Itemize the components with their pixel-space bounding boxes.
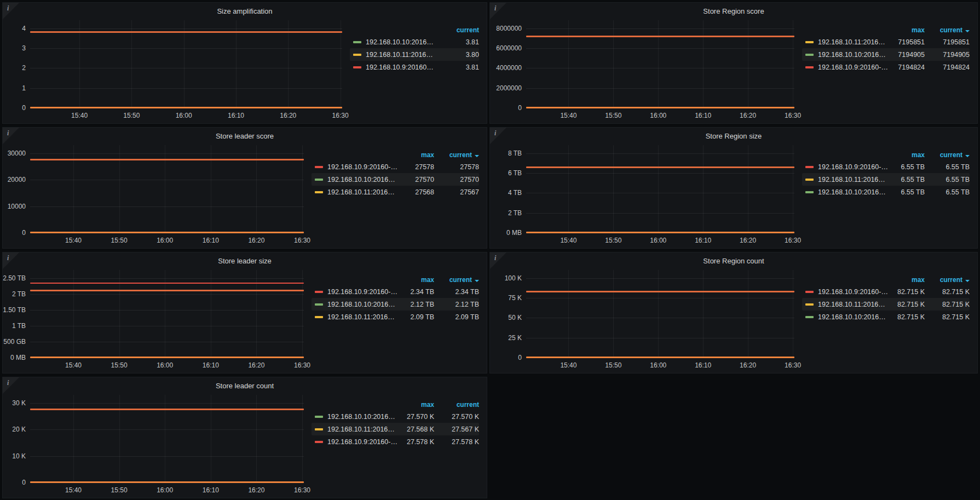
legend-row[interactable]: 192.168.10.11:20160-store-427.568 K27.56… bbox=[312, 423, 479, 435]
series-color-icon[interactable] bbox=[353, 66, 361, 68]
series-color-icon[interactable] bbox=[805, 303, 814, 306]
y-axis-label: 4 bbox=[0, 25, 26, 32]
series-color-icon[interactable] bbox=[805, 166, 814, 168]
series-color-icon[interactable] bbox=[315, 441, 323, 443]
zero-line bbox=[30, 481, 304, 483]
legend-series-label[interactable]: 192.168.10.9:20160-store-7 bbox=[366, 64, 434, 71]
legend-series-label[interactable]: 192.168.10.9:20160-store-7 bbox=[818, 64, 889, 71]
x-axis-label: 16:10 bbox=[695, 237, 711, 244]
gridline-horizontal bbox=[30, 206, 304, 207]
y-axis-label: 0 MB bbox=[490, 229, 522, 237]
legend-series-label[interactable]: 192.168.10.10:20160-store-1 bbox=[818, 313, 889, 321]
legend-row[interactable]: 192.168.10.9:20160-store-782.715 K82.715… bbox=[802, 285, 970, 298]
series-color-icon[interactable] bbox=[353, 41, 361, 43]
legend-series-label[interactable]: 192.168.10.10:20160-store-1 bbox=[327, 176, 398, 183]
legend-series-label[interactable]: 192.168.10.11:20160-store-4 bbox=[327, 188, 398, 196]
legend-row[interactable]: 192.168.10.10:20160-store-12.12 TB2.12 T… bbox=[312, 298, 479, 311]
legend-max-value: 82.715 K bbox=[889, 313, 925, 321]
legend-column-current[interactable]: current bbox=[434, 26, 479, 34]
y-axis-label: 30000 bbox=[0, 150, 26, 157]
legend-series-label[interactable]: 192.168.10.10:20160-store-1 bbox=[366, 38, 434, 46]
legend-row[interactable]: 192.168.10.11:20160-store-43.80 bbox=[350, 48, 479, 61]
legend-current-value: 7195851 bbox=[925, 38, 970, 46]
series-color-icon[interactable] bbox=[315, 428, 323, 430]
legend-column-current[interactable]: current bbox=[925, 151, 970, 159]
legend-row[interactable]: 192.168.10.11:20160-store-47195851719585… bbox=[802, 36, 970, 48]
series-color-icon[interactable] bbox=[805, 191, 814, 193]
legend-row[interactable]: 192.168.10.10:20160-store-13.81 bbox=[350, 36, 479, 48]
legend-series-label[interactable]: 192.168.10.11:20160-store-4 bbox=[327, 313, 398, 321]
legend-row[interactable]: 192.168.10.9:20160-store-76.55 TB6.55 TB bbox=[802, 160, 970, 173]
series-color-icon[interactable] bbox=[315, 191, 323, 193]
legend-row[interactable]: 192.168.10.9:20160-store-72757827578 bbox=[312, 160, 479, 173]
legend-row[interactable]: 192.168.10.11:20160-store-42756827567 bbox=[312, 186, 479, 198]
panel-title[interactable]: Store Region count bbox=[490, 257, 977, 265]
legend-series-label[interactable]: 192.168.10.11:20160-store-4 bbox=[366, 51, 434, 59]
legend-current-value: 27578 bbox=[434, 163, 479, 171]
legend-row[interactable]: 192.168.10.10:20160-store-16.55 TB6.55 T… bbox=[802, 186, 970, 198]
panel-title[interactable]: Store leader count bbox=[3, 382, 487, 390]
legend-column-max[interactable]: max bbox=[889, 276, 925, 284]
legend-column-max[interactable]: max bbox=[398, 276, 434, 284]
legend-column-max[interactable]: max bbox=[889, 151, 925, 159]
legend-current-value: 3.81 bbox=[434, 64, 479, 71]
legend-series-label[interactable]: 192.168.10.10:20160-store-1 bbox=[818, 188, 889, 196]
series-color-icon[interactable] bbox=[805, 179, 814, 181]
x-axis-label: 16:30 bbox=[294, 361, 310, 369]
legend-column-current[interactable]: current bbox=[925, 26, 970, 34]
legend-column-max[interactable]: max bbox=[398, 151, 434, 159]
series-color-icon[interactable] bbox=[805, 316, 814, 318]
legend-series-label[interactable]: 192.168.10.9:20160-store-7 bbox=[818, 288, 889, 296]
legend-series-label[interactable]: 192.168.10.9:20160-store-7 bbox=[327, 288, 398, 296]
legend-row[interactable]: 192.168.10.10:20160-store-127.570 K27.57… bbox=[312, 410, 479, 423]
panel-body: 8000000600000040000002000000015:4015:501… bbox=[490, 3, 977, 123]
legend-series-label[interactable]: 192.168.10.9:20160-store-7 bbox=[327, 438, 398, 446]
legend-header: maxcurrent bbox=[312, 274, 479, 285]
legend-row[interactable]: 192.168.10.11:20160-store-42.09 TB2.09 T… bbox=[312, 311, 479, 323]
panel-title[interactable]: Store leader score bbox=[3, 132, 487, 140]
x-axis-label: 15:50 bbox=[111, 486, 128, 494]
legend-series-label[interactable]: 192.168.10.9:20160-store-7 bbox=[818, 163, 889, 171]
series-color-icon[interactable] bbox=[805, 291, 814, 293]
legend-series-label[interactable]: 192.168.10.9:20160-store-7 bbox=[327, 163, 398, 171]
legend-row[interactable]: 192.168.10.10:20160-store-12757027570 bbox=[312, 173, 479, 186]
series-color-icon[interactable] bbox=[805, 66, 814, 68]
panel-title[interactable]: Store Region size bbox=[490, 132, 977, 140]
legend-column-current[interactable]: current bbox=[434, 276, 479, 284]
legend-row[interactable]: 192.168.10.11:20160-store-482.715 K82.71… bbox=[802, 298, 970, 311]
series-color-icon[interactable] bbox=[315, 291, 323, 293]
legend-series-label[interactable]: 192.168.10.11:20160-store-4 bbox=[327, 426, 398, 433]
series-color-icon[interactable] bbox=[315, 303, 323, 306]
series-color-icon[interactable] bbox=[315, 179, 323, 181]
panel-title[interactable]: Store leader size bbox=[3, 257, 487, 265]
legend-series-label[interactable]: 192.168.10.11:20160-store-4 bbox=[818, 176, 889, 183]
legend-row[interactable]: 192.168.10.9:20160-store-73.81 bbox=[350, 61, 479, 73]
legend-series-label[interactable]: 192.168.10.10:20160-store-1 bbox=[818, 51, 889, 59]
legend-series-label[interactable]: 192.168.10.11:20160-store-4 bbox=[818, 301, 889, 308]
legend-max-value: 27578 bbox=[398, 163, 434, 171]
legend-column-max[interactable]: max bbox=[398, 401, 434, 409]
series-color-icon[interactable] bbox=[315, 166, 323, 168]
series-color-icon[interactable] bbox=[353, 54, 361, 56]
legend-column-current[interactable]: current bbox=[434, 151, 479, 159]
legend-column-current[interactable]: current bbox=[434, 401, 479, 409]
legend-series-label[interactable]: 192.168.10.11:20160-store-4 bbox=[818, 38, 889, 46]
legend-row[interactable]: 192.168.10.9:20160-store-727.578 K27.578… bbox=[312, 435, 479, 448]
x-axis-label: 15:40 bbox=[71, 112, 88, 119]
legend-column-current[interactable]: current bbox=[925, 276, 970, 284]
legend-row[interactable]: 192.168.10.10:20160-store-182.715 K82.71… bbox=[802, 311, 970, 323]
legend-series-label[interactable]: 192.168.10.10:20160-store-1 bbox=[327, 301, 398, 308]
series-color-icon[interactable] bbox=[805, 54, 814, 56]
panel-title[interactable]: Store Region score bbox=[490, 7, 977, 15]
legend-series-label[interactable]: 192.168.10.10:20160-store-1 bbox=[327, 413, 398, 421]
legend-column-max[interactable]: max bbox=[889, 26, 925, 34]
legend-row[interactable]: 192.168.10.9:20160-store-72.34 TB2.34 TB bbox=[312, 285, 479, 298]
legend-row[interactable]: 192.168.10.10:20160-store-17194905719490… bbox=[802, 48, 970, 61]
series-color-icon[interactable] bbox=[805, 41, 814, 43]
panel-title[interactable]: Size amplification bbox=[3, 7, 487, 15]
legend-row[interactable]: 192.168.10.11:20160-store-46.55 TB6.55 T… bbox=[802, 173, 970, 186]
plot-area: 30 K20 K10 K015:4015:5016:0016:1016:2016… bbox=[3, 377, 306, 498]
series-color-icon[interactable] bbox=[315, 416, 323, 418]
legend-row[interactable]: 192.168.10.9:20160-store-771948247194824 bbox=[802, 61, 970, 73]
series-color-icon[interactable] bbox=[315, 316, 323, 318]
